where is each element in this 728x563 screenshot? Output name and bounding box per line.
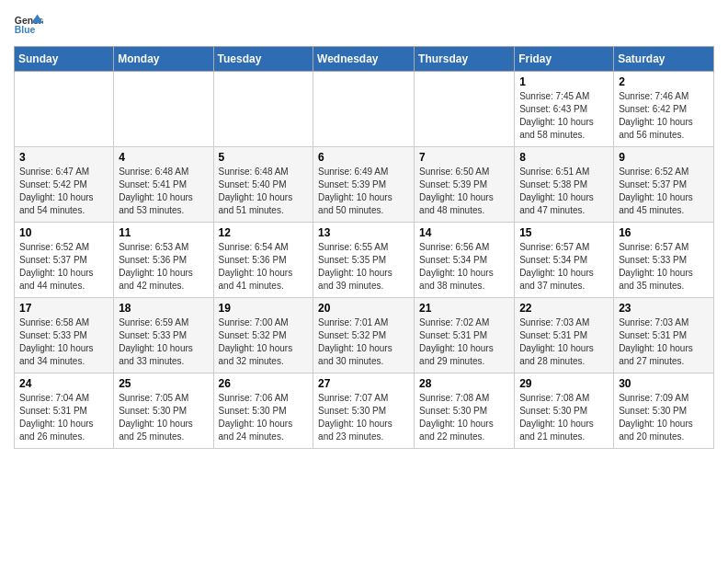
day-number: 22 <box>519 302 609 315</box>
calendar-cell: 25Sunrise: 7:05 AM Sunset: 5:30 PM Dayli… <box>114 373 213 449</box>
calendar-cell: 27Sunrise: 7:07 AM Sunset: 5:30 PM Dayli… <box>313 373 415 449</box>
calendar-cell: 21Sunrise: 7:02 AM Sunset: 5:31 PM Dayli… <box>415 298 515 373</box>
day-number: 7 <box>419 151 509 164</box>
calendar-cell: 23Sunrise: 7:03 AM Sunset: 5:31 PM Dayli… <box>614 298 714 373</box>
day-info: Sunrise: 6:53 AM Sunset: 5:36 PM Dayligh… <box>119 241 208 293</box>
day-number: 30 <box>619 377 709 390</box>
calendar-cell: 22Sunrise: 7:03 AM Sunset: 5:31 PM Dayli… <box>515 298 614 373</box>
day-number: 5 <box>219 151 309 164</box>
day-number: 3 <box>19 151 108 164</box>
calendar-cell: 2Sunrise: 7:46 AM Sunset: 6:42 PM Daylig… <box>614 72 714 147</box>
calendar-cell: 9Sunrise: 6:52 AM Sunset: 5:37 PM Daylig… <box>614 147 714 223</box>
day-number: 27 <box>318 377 409 390</box>
day-info: Sunrise: 7:00 AM Sunset: 5:32 PM Dayligh… <box>219 316 309 368</box>
day-info: Sunrise: 7:03 AM Sunset: 5:31 PM Dayligh… <box>619 316 709 368</box>
day-number: 1 <box>519 75 609 88</box>
day-number: 19 <box>219 302 309 315</box>
day-number: 26 <box>219 377 309 390</box>
day-info: Sunrise: 6:48 AM Sunset: 5:41 PM Dayligh… <box>119 166 208 217</box>
column-header-monday: Monday <box>114 47 213 72</box>
day-number: 13 <box>318 226 409 239</box>
day-info: Sunrise: 6:56 AM Sunset: 5:34 PM Dayligh… <box>419 241 509 293</box>
day-info: Sunrise: 7:07 AM Sunset: 5:30 PM Dayligh… <box>318 392 409 443</box>
day-number: 15 <box>519 226 609 239</box>
calendar-cell: 30Sunrise: 7:09 AM Sunset: 5:30 PM Dayli… <box>614 373 714 449</box>
day-number: 14 <box>419 226 509 239</box>
calendar-cell: 5Sunrise: 6:48 AM Sunset: 5:40 PM Daylig… <box>213 147 313 223</box>
svg-text:Blue: Blue <box>15 25 36 35</box>
day-number: 28 <box>419 377 509 390</box>
calendar-week-row: 24Sunrise: 7:04 AM Sunset: 5:31 PM Dayli… <box>15 373 714 449</box>
calendar-header-row: SundayMondayTuesdayWednesdayThursdayFrid… <box>15 47 714 72</box>
day-info: Sunrise: 7:01 AM Sunset: 5:32 PM Dayligh… <box>318 316 409 368</box>
logo: General Blue <box>14 13 47 39</box>
column-header-thursday: Thursday <box>415 47 515 72</box>
day-number: 9 <box>619 151 709 164</box>
calendar-cell: 28Sunrise: 7:08 AM Sunset: 5:30 PM Dayli… <box>415 373 515 449</box>
calendar-week-row: 17Sunrise: 6:58 AM Sunset: 5:33 PM Dayli… <box>15 298 714 373</box>
calendar-cell: 20Sunrise: 7:01 AM Sunset: 5:32 PM Dayli… <box>313 298 415 373</box>
day-info: Sunrise: 6:47 AM Sunset: 5:42 PM Dayligh… <box>19 166 108 217</box>
day-info: Sunrise: 7:04 AM Sunset: 5:31 PM Dayligh… <box>19 392 108 443</box>
column-header-friday: Friday <box>515 47 614 72</box>
calendar-cell: 8Sunrise: 6:51 AM Sunset: 5:38 PM Daylig… <box>515 147 614 223</box>
day-number: 4 <box>119 151 208 164</box>
calendar-cell: 26Sunrise: 7:06 AM Sunset: 5:30 PM Dayli… <box>213 373 313 449</box>
calendar-cell <box>213 72 313 147</box>
day-info: Sunrise: 7:05 AM Sunset: 5:30 PM Dayligh… <box>119 392 208 443</box>
calendar-table: SundayMondayTuesdayWednesdayThursdayFrid… <box>14 46 714 449</box>
logo-icon: General Blue <box>14 13 43 39</box>
day-info: Sunrise: 7:46 AM Sunset: 6:42 PM Dayligh… <box>619 90 709 142</box>
calendar-week-row: 3Sunrise: 6:47 AM Sunset: 5:42 PM Daylig… <box>15 147 714 223</box>
day-info: Sunrise: 7:45 AM Sunset: 6:43 PM Dayligh… <box>519 90 609 142</box>
calendar-cell <box>415 72 515 147</box>
day-info: Sunrise: 7:02 AM Sunset: 5:31 PM Dayligh… <box>419 316 509 368</box>
day-number: 16 <box>619 226 709 239</box>
calendar-cell: 24Sunrise: 7:04 AM Sunset: 5:31 PM Dayli… <box>15 373 114 449</box>
day-number: 23 <box>619 302 709 315</box>
day-number: 18 <box>119 302 208 315</box>
day-number: 29 <box>519 377 609 390</box>
calendar-cell: 19Sunrise: 7:00 AM Sunset: 5:32 PM Dayli… <box>213 298 313 373</box>
day-number: 20 <box>318 302 409 315</box>
calendar-cell: 15Sunrise: 6:57 AM Sunset: 5:34 PM Dayli… <box>515 223 614 298</box>
day-info: Sunrise: 7:09 AM Sunset: 5:30 PM Dayligh… <box>619 392 709 443</box>
day-number: 17 <box>19 302 108 315</box>
day-number: 11 <box>119 226 208 239</box>
calendar-cell: 12Sunrise: 6:54 AM Sunset: 5:36 PM Dayli… <box>213 223 313 298</box>
day-info: Sunrise: 6:52 AM Sunset: 5:37 PM Dayligh… <box>19 241 108 293</box>
day-info: Sunrise: 6:49 AM Sunset: 5:39 PM Dayligh… <box>318 166 409 217</box>
day-info: Sunrise: 7:06 AM Sunset: 5:30 PM Dayligh… <box>219 392 309 443</box>
day-number: 24 <box>19 377 108 390</box>
calendar-cell: 3Sunrise: 6:47 AM Sunset: 5:42 PM Daylig… <box>15 147 114 223</box>
column-header-wednesday: Wednesday <box>313 47 415 72</box>
column-header-saturday: Saturday <box>614 47 714 72</box>
day-info: Sunrise: 6:59 AM Sunset: 5:33 PM Dayligh… <box>119 316 208 368</box>
day-info: Sunrise: 6:57 AM Sunset: 5:33 PM Dayligh… <box>619 241 709 293</box>
calendar-cell: 17Sunrise: 6:58 AM Sunset: 5:33 PM Dayli… <box>15 298 114 373</box>
calendar-cell: 11Sunrise: 6:53 AM Sunset: 5:36 PM Dayli… <box>114 223 213 298</box>
calendar-cell <box>313 72 415 147</box>
day-number: 6 <box>318 151 409 164</box>
calendar-cell: 7Sunrise: 6:50 AM Sunset: 5:39 PM Daylig… <box>415 147 515 223</box>
calendar-cell: 4Sunrise: 6:48 AM Sunset: 5:41 PM Daylig… <box>114 147 213 223</box>
calendar-cell: 10Sunrise: 6:52 AM Sunset: 5:37 PM Dayli… <box>15 223 114 298</box>
calendar-week-row: 10Sunrise: 6:52 AM Sunset: 5:37 PM Dayli… <box>15 223 714 298</box>
column-header-sunday: Sunday <box>15 47 114 72</box>
day-info: Sunrise: 7:03 AM Sunset: 5:31 PM Dayligh… <box>519 316 609 368</box>
day-info: Sunrise: 7:08 AM Sunset: 5:30 PM Dayligh… <box>419 392 509 443</box>
calendar-cell: 14Sunrise: 6:56 AM Sunset: 5:34 PM Dayli… <box>415 223 515 298</box>
day-info: Sunrise: 6:54 AM Sunset: 5:36 PM Dayligh… <box>219 241 309 293</box>
day-number: 12 <box>219 226 309 239</box>
day-info: Sunrise: 6:52 AM Sunset: 5:37 PM Dayligh… <box>619 166 709 217</box>
calendar-cell: 18Sunrise: 6:59 AM Sunset: 5:33 PM Dayli… <box>114 298 213 373</box>
day-info: Sunrise: 6:50 AM Sunset: 5:39 PM Dayligh… <box>419 166 509 217</box>
day-info: Sunrise: 6:58 AM Sunset: 5:33 PM Dayligh… <box>19 316 108 368</box>
calendar-cell: 13Sunrise: 6:55 AM Sunset: 5:35 PM Dayli… <box>313 223 415 298</box>
calendar-cell: 6Sunrise: 6:49 AM Sunset: 5:39 PM Daylig… <box>313 147 415 223</box>
calendar-cell: 16Sunrise: 6:57 AM Sunset: 5:33 PM Dayli… <box>614 223 714 298</box>
day-number: 8 <box>519 151 609 164</box>
calendar-cell: 29Sunrise: 7:08 AM Sunset: 5:30 PM Dayli… <box>515 373 614 449</box>
page-header: General Blue <box>14 9 714 39</box>
calendar-cell: 1Sunrise: 7:45 AM Sunset: 6:43 PM Daylig… <box>515 72 614 147</box>
